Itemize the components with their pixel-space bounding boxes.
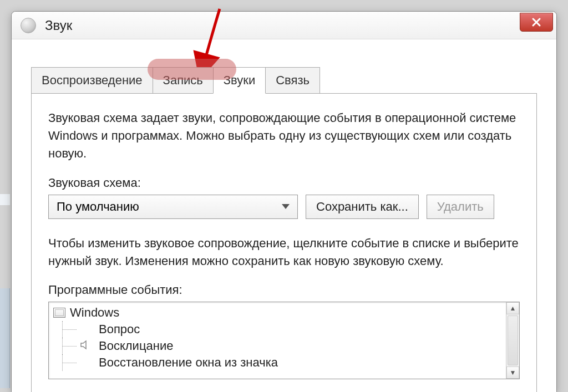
titlebar: Звук (12, 12, 556, 39)
tab-recording[interactable]: Запись (153, 67, 214, 93)
tab-bar: Воспроизведение Запись Звуки Связь (31, 67, 537, 94)
sounds-panel: Звуковая схема задает звуки, сопровождаю… (31, 94, 537, 392)
tab-playback[interactable]: Воспроизведение (31, 67, 153, 93)
tree-connector (62, 363, 77, 363)
scheme-dropdown-value: По умолчанию (57, 200, 139, 214)
tree-item[interactable]: Вопрос (49, 321, 519, 338)
scheme-description: Звуковая схема задает звуки, сопровождаю… (48, 109, 520, 162)
speaker-icon (80, 340, 93, 353)
sound-dialog-window: Звук Воспроизведение Запись Звуки Связь … (11, 11, 557, 392)
background-fragment (0, 194, 10, 205)
tree-item[interactable]: Восклицание (49, 338, 519, 354)
tree-connector (62, 346, 77, 347)
scroll-up-button[interactable]: ▲ (506, 302, 519, 314)
tree-connector (62, 329, 77, 330)
scheme-dropdown[interactable]: По умолчанию (48, 195, 298, 219)
scroll-down-button[interactable]: ▼ (506, 366, 519, 379)
tree-item-label: Восстановление окна из значка (99, 355, 278, 370)
delete-button: Удалить (427, 195, 494, 219)
tree-content: Windows Вопрос Восклицание (49, 302, 519, 373)
scheme-controls-row: По умолчанию Сохранить как... Удалить (48, 195, 520, 219)
chevron-down-icon (282, 204, 290, 209)
sound-icon (21, 18, 36, 33)
content-area: Воспроизведение Запись Звуки Связь Звуко… (12, 39, 556, 392)
events-label: Программные события: (48, 283, 520, 297)
scroll-thumb[interactable] (508, 315, 518, 365)
events-description: Чтобы изменить звуковое сопровождение, щ… (48, 235, 520, 270)
scheme-label: Звуковая схема: (48, 176, 520, 190)
tab-sounds[interactable]: Звуки (213, 67, 266, 94)
save-as-button[interactable]: Сохранить как... (306, 195, 419, 219)
tab-communications[interactable]: Связь (265, 67, 320, 93)
tree-item-label: Восклицание (99, 339, 173, 353)
window-title: Звук (45, 18, 72, 33)
windows-icon (53, 308, 65, 318)
close-icon (531, 17, 541, 27)
close-button[interactable] (520, 13, 553, 32)
events-treeview[interactable]: Windows Вопрос Восклицание (48, 302, 520, 379)
scrollbar[interactable]: ▲ ▼ (506, 302, 519, 379)
tree-root-item[interactable]: Windows (49, 304, 519, 321)
tree-item-label: Вопрос (99, 322, 140, 337)
tree-root-label: Windows (70, 306, 119, 320)
tree-item[interactable]: Восстановление окна из значка (49, 354, 519, 371)
background-fragment (0, 288, 10, 388)
